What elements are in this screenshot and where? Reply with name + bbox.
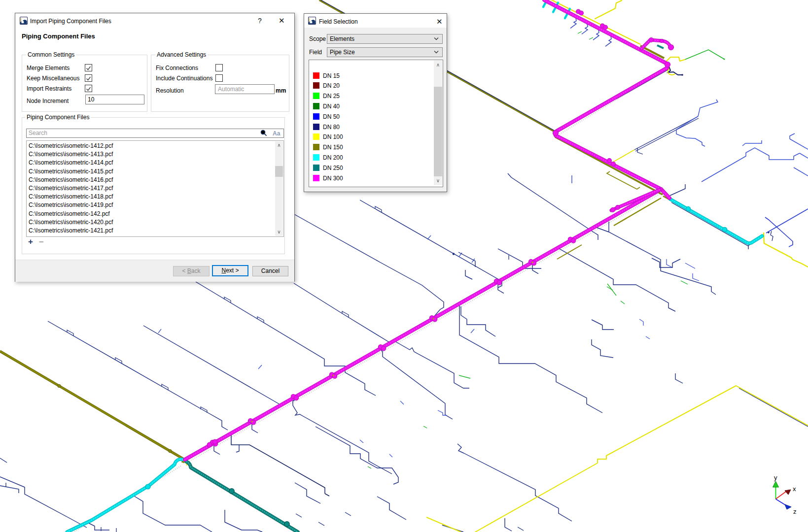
svg-text:z: z: [793, 508, 797, 515]
svg-text:x: x: [793, 485, 796, 493]
svg-text:y: y: [774, 474, 777, 481]
